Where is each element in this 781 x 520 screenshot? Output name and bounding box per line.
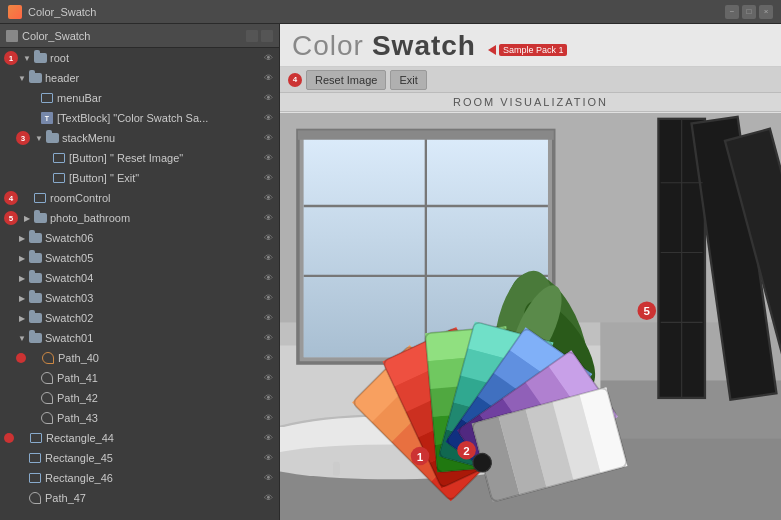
tree-arrow-swatch04[interactable] (16, 272, 28, 284)
tree-item-photobathroom[interactable]: 5 photo_bathroom 👁 (0, 208, 279, 228)
tree-label-path47: Path_47 (45, 492, 261, 504)
tree-item-path42[interactable]: Path_42 👁 (0, 388, 279, 408)
eye-icon-btn-reset[interactable]: 👁 (261, 151, 275, 165)
eye-icon-rect44[interactable]: 👁 (261, 431, 275, 445)
tree-item-path40[interactable]: Path_40 👁 (0, 348, 279, 368)
tree-item-rect45[interactable]: Rectangle_45 👁 (0, 448, 279, 468)
eye-icon-menubar[interactable]: 👁 (261, 91, 275, 105)
panel-close-button[interactable] (261, 30, 273, 42)
tree-arrow-swatch01[interactable] (16, 332, 28, 344)
tree-item-swatch06[interactable]: Swatch06 👁 (0, 228, 279, 248)
toolbar: 4 Reset Image Exit (280, 67, 781, 93)
exit-button[interactable]: Exit (390, 70, 426, 90)
folder-icon-swatch01 (28, 331, 42, 345)
tree-label-swatch02: Swatch02 (45, 312, 261, 324)
eye-icon-swatch04[interactable]: 👁 (261, 271, 275, 285)
eye-icon-rect45[interactable]: 👁 (261, 451, 275, 465)
eye-icon-swatch05[interactable]: 👁 (261, 251, 275, 265)
tree-arrow-swatch02[interactable] (16, 312, 28, 324)
tree-label-root: root (50, 52, 261, 64)
tree-view[interactable]: 1 root 👁 header 👁 menuBar 👁 (0, 48, 279, 520)
eye-icon-path41[interactable]: 👁 (261, 371, 275, 385)
eye-icon-stackmenu[interactable]: 👁 (261, 131, 275, 145)
tree-item-menubar[interactable]: menuBar 👁 (0, 88, 279, 108)
tree-label-path42: Path_42 (57, 392, 261, 404)
tree-item-swatch02[interactable]: Swatch02 👁 (0, 308, 279, 328)
room-label: ROOM VISUALIZATION (280, 93, 781, 112)
tree-item-path47[interactable]: Path_47 👁 (0, 488, 279, 508)
eye-icon-swatch03[interactable]: 👁 (261, 291, 275, 305)
minimize-button[interactable]: − (725, 5, 739, 19)
eye-icon-photobathroom[interactable]: 👁 (261, 211, 275, 225)
tree-arrow-root[interactable] (21, 52, 33, 64)
tree-arrow-header[interactable] (16, 72, 28, 84)
panel-controls (246, 30, 273, 42)
path-icon-path42 (40, 391, 54, 405)
badge-1: 1 (4, 51, 18, 65)
dot-red-path40 (16, 353, 26, 363)
tree-item-root[interactable]: 1 root 👁 (0, 48, 279, 68)
tree-arrow-photobathroom[interactable] (21, 212, 33, 224)
tree-item-swatch04[interactable]: Swatch04 👁 (0, 268, 279, 288)
tree-label-path43: Path_43 (57, 412, 261, 424)
tree-item-roomcontrol[interactable]: 4 roomControl 👁 (0, 188, 279, 208)
reset-image-button[interactable]: Reset Image (306, 70, 386, 90)
tree-item-path43[interactable]: Path_43 👁 (0, 408, 279, 428)
app-icon (8, 5, 22, 19)
eye-icon-header[interactable]: 👁 (261, 71, 275, 85)
path-icon-path47 (28, 491, 42, 505)
eye-icon-btn-exit[interactable]: 👁 (261, 171, 275, 185)
tree-item-btn-reset[interactable]: [Button] " Reset Image" 👁 (0, 148, 279, 168)
maximize-button[interactable]: □ (742, 5, 756, 19)
svg-text:2: 2 (463, 444, 469, 457)
eye-icon-path42[interactable]: 👁 (261, 391, 275, 405)
right-panel: Color Swatch Sample Pack 1 4 Reset Image… (280, 24, 781, 520)
panel-title: Color_Swatch (22, 30, 242, 42)
tree-item-swatch01[interactable]: Swatch01 👁 (0, 328, 279, 348)
rect-icon-rect44 (29, 431, 43, 445)
tree-arrow-stackmenu[interactable] (33, 132, 45, 144)
eye-icon-rect46[interactable]: 👁 (261, 471, 275, 485)
tree-item-rect44[interactable]: Rectangle_44 👁 (0, 428, 279, 448)
rect-icon-roomcontrol (33, 191, 47, 205)
content-area: ROOM VISUALIZATION (280, 93, 781, 520)
eye-icon-swatch02[interactable]: 👁 (261, 311, 275, 325)
tree-label-roomcontrol: roomControl (50, 192, 261, 204)
tree-item-rect46[interactable]: Rectangle_46 👁 (0, 468, 279, 488)
eye-icon-root[interactable]: 👁 (261, 51, 275, 65)
panel-header: Color_Swatch (0, 24, 279, 48)
tree-item-swatch05[interactable]: Swatch05 👁 (0, 248, 279, 268)
eye-icon-swatch01[interactable]: 👁 (261, 331, 275, 345)
eye-icon-path47[interactable]: 👁 (261, 491, 275, 505)
tree-label-swatch04: Swatch04 (45, 272, 261, 284)
eye-icon-roomcontrol[interactable]: 👁 (261, 191, 275, 205)
eye-icon-swatch06[interactable]: 👁 (261, 231, 275, 245)
tree-arrow-path40 (29, 352, 41, 364)
tree-arrow-roomcontrol (21, 192, 33, 204)
title-bar-text: Color_Swatch (28, 6, 96, 18)
tree-arrow-swatch06[interactable] (16, 232, 28, 244)
svg-rect-30 (333, 462, 340, 476)
tree-arrow-swatch03[interactable] (16, 292, 28, 304)
tree-item-swatch03[interactable]: Swatch03 👁 (0, 288, 279, 308)
svg-text:5: 5 (644, 304, 651, 317)
panel-collapse-button[interactable] (246, 30, 258, 42)
eye-icon-textblock[interactable]: 👁 (261, 111, 275, 125)
folder-icon-swatch06 (28, 231, 42, 245)
tree-label-textblock: [TextBlock] "Color Swatch Sa... (57, 112, 261, 124)
close-button[interactable]: × (759, 5, 773, 19)
title-bar-controls: − □ × (725, 5, 773, 19)
tree-label-menubar: menuBar (57, 92, 261, 104)
tree-label-rect44: Rectangle_44 (46, 432, 261, 444)
eye-icon-path40[interactable]: 👁 (261, 351, 275, 365)
tree-item-stackmenu[interactable]: 3 stackMenu 👁 (0, 128, 279, 148)
tree-arrow-swatch05[interactable] (16, 252, 28, 264)
tree-label-stackmenu: stackMenu (62, 132, 261, 144)
tree-item-btn-exit[interactable]: [Button] " Exit" 👁 (0, 168, 279, 188)
tree-item-textblock[interactable]: T [TextBlock] "Color Swatch Sa... 👁 (0, 108, 279, 128)
badge-4-toolbar: 4 (288, 73, 302, 87)
eye-icon-path43[interactable]: 👁 (261, 411, 275, 425)
tree-item-header[interactable]: header 👁 (0, 68, 279, 88)
tree-label-swatch05: Swatch05 (45, 252, 261, 264)
tree-item-path41[interactable]: Path_41 👁 (0, 368, 279, 388)
